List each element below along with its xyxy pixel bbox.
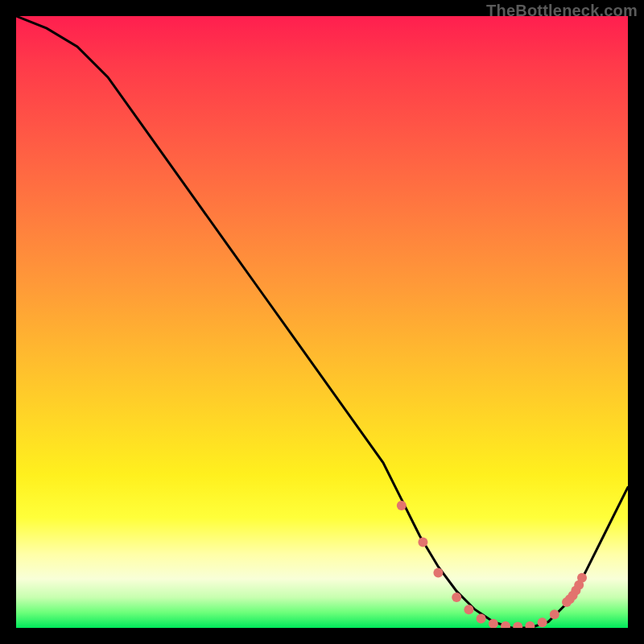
highlight-dot bbox=[513, 622, 522, 629]
highlight-markers bbox=[397, 501, 587, 628]
watermark-text: TheBottleneck.com bbox=[486, 2, 638, 20]
highlight-dot bbox=[397, 501, 407, 510]
highlight-dot bbox=[433, 568, 443, 578]
highlight-dot bbox=[538, 617, 547, 627]
chart-frame: TheBottleneck.com bbox=[0, 0, 644, 644]
highlight-dot bbox=[452, 592, 461, 602]
highlight-dot bbox=[477, 614, 486, 624]
highlight-dot bbox=[418, 538, 427, 547]
highlight-dot bbox=[464, 605, 473, 614]
highlight-dot bbox=[577, 573, 587, 583]
highlight-dot bbox=[525, 621, 535, 628]
highlight-dot bbox=[501, 621, 510, 628]
highlight-dot bbox=[550, 609, 559, 619]
bottleneck-curve bbox=[16, 16, 628, 628]
curve-layer bbox=[16, 16, 628, 628]
plot-area bbox=[16, 16, 628, 628]
